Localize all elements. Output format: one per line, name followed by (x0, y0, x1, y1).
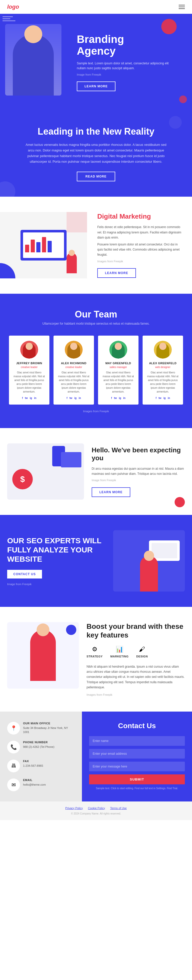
devices-stack (52, 446, 82, 468)
hero-deco-circle-2 (179, 95, 187, 103)
digital-title: Digital Marketing (97, 213, 182, 220)
social-facebook-0[interactable]: f (22, 397, 23, 399)
social-facebook-1[interactable]: f (67, 397, 67, 399)
hero-content: Branding Agency Sample text. Lorem ipsum… (67, 33, 185, 91)
contact-name-input[interactable] (89, 736, 185, 746)
hello-illustration: $ (7, 443, 84, 500)
team-name-2: MAY GREENFELD (102, 362, 134, 365)
social-instagram-3[interactable]: ig (163, 397, 166, 399)
contact-submit-button[interactable]: SUBMIT (89, 775, 185, 784)
seo-image-from: Image from Freepik (7, 582, 106, 585)
team-desc-0: Glac amet nissl libero massa vulputat ni… (13, 371, 45, 394)
seo-section: OUR SEO EXPERTS WILL FULLY ANALYZE YOUR … (0, 515, 192, 607)
team-title: Our Team (7, 309, 185, 320)
navbar: logo (0, 0, 192, 14)
footer-note: © 2024 Company Name. All rights reserved… (7, 812, 185, 815)
design-icon: 🖌 (136, 646, 148, 653)
boost-section: Boost your brand with these key features… (0, 607, 192, 711)
marketing-label: MARKETING (110, 655, 128, 658)
footer-privacy-link[interactable]: Privacy Policy (65, 807, 83, 810)
hamburger-menu[interactable] (179, 5, 185, 9)
social-twitter-3[interactable]: tw (158, 397, 161, 399)
hero-learn-more-button[interactable]: LEARN MORE (77, 81, 115, 91)
social-instagram-0[interactable]: ig (30, 397, 32, 399)
team-card-3: ALEX GREENFELD web designer Glac amet ni… (142, 336, 183, 404)
social-facebook-3[interactable]: f (156, 397, 157, 399)
chart-bar-5 (48, 241, 52, 252)
hero-deco-lines (3, 16, 15, 22)
social-twitter-2[interactable]: tw (114, 397, 117, 399)
seo-contact-button[interactable]: CONTACT US (7, 570, 42, 579)
phone-icon: 📞 (7, 741, 20, 754)
contact-form-column: Contact Us SUBMIT Sample text. Click to … (82, 711, 192, 802)
team-img-from: Images from Freepik (7, 410, 185, 413)
team-card-1: ALEX RICHMOND creative leader Glac amet … (53, 336, 94, 404)
team-role-1: creative leader (58, 366, 90, 369)
social-instagram-1[interactable]: ig (74, 397, 77, 399)
contact-email-input[interactable] (89, 749, 185, 759)
footer: Privacy Policy Cookie Policy Terms of Us… (0, 802, 192, 820)
office-text: OUR MAIN OFFICE Suite 34 Broadway Jr New… (23, 722, 75, 734)
strategy-icon: ⚙ (86, 646, 102, 653)
team-subtitle: Ullamcorper for habitant morbi tristique… (7, 322, 185, 325)
team-desc-2: Glac amet nissl libero massa vulputat ni… (102, 371, 134, 394)
team-desc-1: Glac amet nissl libero massa vulputat ni… (58, 371, 90, 394)
seo-title: OUR SEO EXPERTS WILL FULLY ANALYZE YOUR … (7, 536, 106, 564)
fax-label: FAX (23, 760, 43, 763)
phone-value: 988 (2)-4262 (Tel Phone) (23, 745, 54, 749)
hero-person-image (5, 24, 61, 95)
digital-content: Digital Marketing Felis donec et odio pe… (87, 213, 192, 278)
monitor-screen (23, 232, 64, 258)
contact-message-input[interactable] (89, 762, 185, 772)
office-value: Suite 34 Broadway Jr New York, NY 1001 (23, 726, 75, 734)
team-social-0: f tw ig in (13, 397, 45, 399)
social-linkedin-2[interactable]: in (123, 397, 125, 399)
social-twitter-0[interactable]: tw (25, 397, 28, 399)
feature-strategy: ⚙ STRATEGY (86, 646, 102, 658)
team-name-1: ALEX RICHMOND (58, 362, 90, 365)
hello-learn-more-button[interactable]: LEARN MORE (92, 487, 130, 497)
chart-bar-2 (31, 240, 35, 252)
boost-person-figure (30, 630, 56, 681)
team-card-2: MAY GREENFELD salles manager Glac amet n… (98, 336, 139, 404)
phone-text: PHONE NUMBER 988 (2)-4262 (Tel Phone) (23, 741, 54, 749)
fax-icon: 🖷 (7, 760, 20, 772)
chart-bar-3 (36, 242, 40, 252)
contact-form-note: Sample text. Click to start editing. Fin… (89, 787, 185, 790)
hero-image (5, 24, 67, 101)
digital-person-figure (67, 253, 77, 273)
leading-read-more-button[interactable]: READ MORE (77, 172, 115, 181)
contact-email-row: ✉ EMAIL hello@theme.com (7, 778, 75, 791)
social-twitter-1[interactable]: tw (69, 397, 72, 399)
digital-image-from: Images from Freepik (97, 259, 182, 264)
contact-fax-row: 🖷 FAX 1-234-567-8965 (7, 760, 75, 772)
email-value: hello@theme.com (23, 783, 46, 787)
hello-title: Hello. We've been expecting you (92, 446, 185, 462)
social-linkedin-3[interactable]: in (168, 397, 170, 399)
team-role-2: salles manager (102, 366, 134, 369)
dollar-icon: $ (12, 469, 33, 489)
digital-learn-more-button[interactable]: LEARN MORE (97, 268, 136, 278)
tablet-device (61, 452, 82, 468)
hello-description: Di arcu massa egestas dui quam accumsan … (92, 466, 185, 477)
team-avatar-1 (65, 341, 83, 359)
boost-image-from: Images from Freepik (86, 693, 185, 696)
digital-deco-arc (0, 263, 15, 278)
footer-cookie-link[interactable]: Cookie Policy (88, 807, 105, 810)
team-name-0: JEFFREY BROWN (13, 362, 45, 365)
social-linkedin-0[interactable]: in (34, 397, 36, 399)
contact-section: 📍 OUR MAIN OFFICE Suite 34 Broadway Jr N… (0, 711, 192, 802)
social-linkedin-1[interactable]: in (78, 397, 81, 399)
strategy-label: STRATEGY (86, 655, 102, 658)
digital-person-deco (67, 253, 82, 278)
chart-bar-1 (25, 245, 29, 252)
hello-deco-circle (174, 497, 185, 507)
leading-deco-1 (0, 181, 15, 197)
footer-links: Privacy Policy Cookie Policy Terms of Us… (7, 807, 185, 810)
leading-deco-2 (169, 116, 182, 129)
digital-description-2: Posuere lorem ipsum dolor sit amet conse… (97, 242, 182, 258)
social-facebook-2[interactable]: f (111, 397, 112, 399)
social-instagram-2[interactable]: ig (119, 397, 121, 399)
team-avatar-2 (109, 341, 127, 359)
footer-terms-link[interactable]: Terms of Use (110, 807, 127, 810)
